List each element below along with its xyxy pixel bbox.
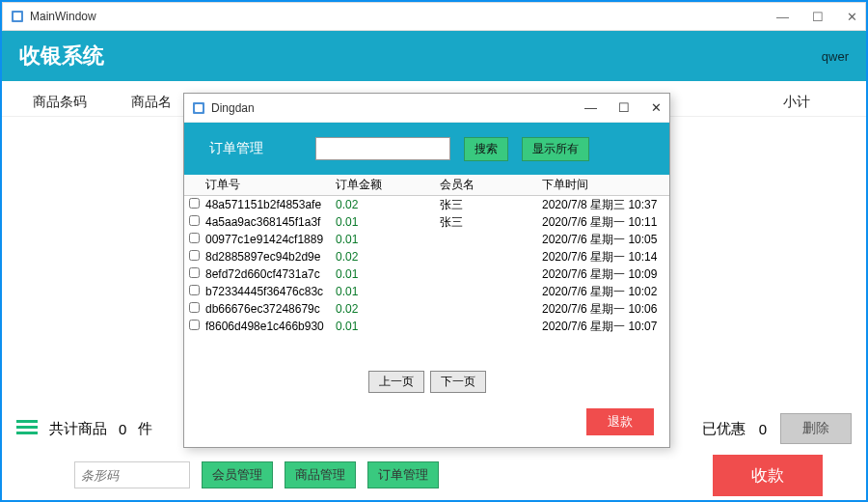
cell-order-id: 8d2885897ec94b2d9e [203, 250, 334, 264]
dialog-titlebar: Dingdan — ☐ ✕ [184, 94, 669, 123]
dialog-maximize-button[interactable]: ☐ [618, 100, 630, 115]
cell-amount: 0.01 [334, 233, 438, 246]
cell-time: 2020/7/6 星期一 10:14 [540, 249, 669, 265]
checkout-button[interactable]: 收款 [713, 455, 823, 496]
cell-member: 张三 [438, 197, 540, 213]
cell-time: 2020/7/8 星期三 10:37 [540, 197, 669, 213]
cell-amount: 0.01 [334, 320, 438, 333]
cell-amount: 0.02 [334, 250, 438, 264]
summary-unit: 件 [138, 420, 152, 438]
minimize-button[interactable]: — [776, 10, 789, 24]
dialog-app-icon [192, 101, 205, 115]
col-name: 商品名 [127, 94, 185, 111]
col-order-amount[interactable]: 订单金额 [334, 177, 438, 193]
cell-time: 2020/7/6 星期一 10:05 [540, 232, 669, 248]
close-button[interactable]: ✕ [847, 10, 857, 24]
cell-amount: 0.02 [334, 302, 438, 316]
cell-order-id: 00977c1e91424cf1889 [203, 233, 334, 246]
search-input[interactable] [315, 137, 450, 160]
order-dialog: Dingdan — ☐ ✕ 订单管理 搜索 显示所有 订单号 订单金额 会员名 … [183, 93, 670, 448]
action-bar: 会员管理 商品管理 订单管理 收款 [2, 450, 866, 500]
maximize-button[interactable]: ☐ [812, 10, 824, 24]
col-subtotal: 小计 [779, 94, 866, 111]
user-label: qwer [822, 49, 849, 64]
search-button[interactable]: 搜索 [464, 137, 508, 161]
table-row[interactable]: b72334445f36476c83c0.012020/7/6 星期一 10:0… [184, 283, 669, 300]
svg-rect-1 [14, 13, 21, 20]
row-checkbox[interactable] [189, 233, 200, 243]
order-table: 订单号 订单金额 会员名 下单时间 48a571151b2f4853afe0.0… [184, 175, 669, 335]
pager: 上一页 下一页 [200, 371, 654, 393]
table-row[interactable]: f8606d498e1c466b9300.012020/7/6 星期一 10:0… [184, 318, 669, 335]
cell-time: 2020/7/6 星期一 10:02 [540, 284, 669, 300]
dialog-minimize-button[interactable]: — [584, 100, 597, 115]
table-row[interactable]: 00977c1e91424cf18890.012020/7/6 星期一 10:0… [184, 231, 669, 248]
cell-time: 2020/7/6 星期一 10:07 [540, 319, 669, 335]
row-checkbox[interactable] [189, 267, 200, 278]
table-row[interactable]: 48a571151b2f4853afe0.02张三2020/7/8 星期三 10… [184, 196, 669, 213]
dialog-footer: 上一页 下一页 退款 [184, 361, 669, 447]
refund-button[interactable]: 退款 [586, 408, 654, 435]
table-row[interactable]: db66676ec37248679c0.022020/7/6 星期一 10:06 [184, 300, 669, 318]
order-mgmt-button[interactable]: 订单管理 [367, 461, 439, 488]
dialog-title: Dingdan [211, 101, 255, 115]
row-checkbox[interactable] [189, 302, 200, 313]
col-member[interactable]: 会员名 [438, 177, 540, 193]
main-titlebar: MainWindow — ☐ ✕ [2, 2, 866, 31]
app-title: 收银系统 [19, 42, 104, 70]
table-row[interactable]: 8efd72d660cf4731a7c0.012020/7/6 星期一 10:0… [184, 265, 669, 283]
product-mgmt-button[interactable]: 商品管理 [285, 461, 356, 488]
app-icon [11, 10, 24, 23]
next-page-button[interactable]: 下一页 [430, 371, 486, 393]
barcode-input[interactable] [74, 461, 190, 488]
cell-time: 2020/7/6 星期一 10:11 [540, 214, 669, 231]
cell-order-id: f8606d498e1c466b930 [203, 320, 334, 333]
col-order-id[interactable]: 订单号 [203, 177, 334, 193]
main-window-title: MainWindow [30, 10, 96, 23]
col-order-time[interactable]: 下单时间 [540, 177, 669, 193]
discount-value: 0 [759, 421, 767, 437]
cell-order-id: b72334445f36476c83c [203, 285, 334, 298]
cell-amount: 0.01 [334, 267, 438, 281]
cell-amount: 0.02 [334, 198, 438, 211]
cell-time: 2020/7/6 星期一 10:09 [540, 266, 669, 283]
cell-time: 2020/7/6 星期一 10:06 [540, 301, 669, 318]
cell-order-id: db66676ec37248679c [203, 302, 334, 316]
order-table-header: 订单号 订单金额 会员名 下单时间 [184, 175, 669, 196]
col-barcode: 商品条码 [2, 94, 127, 111]
cell-order-id: 48a571151b2f4853afe [203, 198, 334, 211]
dialog-header-label: 订单管理 [209, 140, 263, 157]
cell-order-id: 4a5aa9ac368145f1a3f [203, 215, 334, 229]
row-checkbox[interactable] [189, 215, 200, 226]
row-checkbox[interactable] [189, 250, 200, 261]
dialog-header: 订单管理 搜索 显示所有 [184, 123, 669, 175]
summary-label: 共计商品 [49, 420, 107, 438]
cell-order-id: 8efd72d660cf4731a7c [203, 267, 334, 281]
prev-page-button[interactable]: 上一页 [368, 371, 424, 393]
row-checkbox[interactable] [189, 198, 200, 209]
discount-label: 已优惠 [702, 420, 746, 438]
cell-member: 张三 [438, 214, 540, 231]
row-checkbox[interactable] [189, 320, 200, 330]
cell-amount: 0.01 [334, 215, 438, 229]
cell-amount: 0.01 [334, 285, 438, 298]
svg-rect-3 [195, 104, 203, 112]
app-header: 收银系统 qwer [2, 31, 866, 81]
table-row[interactable]: 8d2885897ec94b2d9e0.022020/7/6 星期一 10:14 [184, 248, 669, 265]
row-checkbox[interactable] [189, 285, 200, 295]
show-all-button[interactable]: 显示所有 [522, 137, 589, 161]
hamburger-icon[interactable] [16, 420, 38, 437]
dialog-close-button[interactable]: ✕ [651, 100, 662, 115]
delete-button[interactable]: 删除 [780, 413, 852, 444]
table-row[interactable]: 4a5aa9ac368145f1a3f0.01张三2020/7/6 星期一 10… [184, 213, 669, 231]
summary-count: 0 [119, 421, 126, 437]
member-mgmt-button[interactable]: 会员管理 [202, 461, 273, 488]
